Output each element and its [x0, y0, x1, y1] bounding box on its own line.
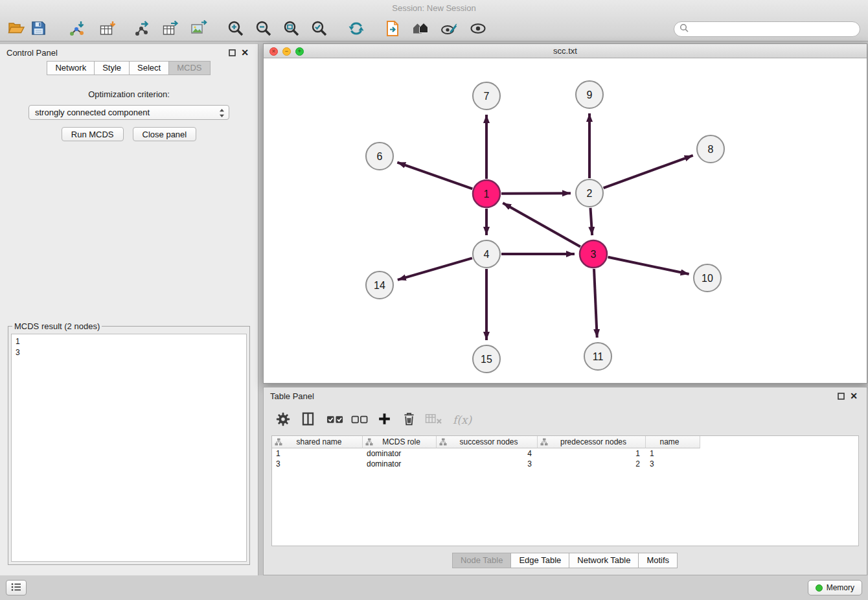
delete-table-button[interactable] [424, 411, 442, 429]
zoom-selected-button[interactable] [308, 18, 330, 40]
table-cell[interactable]: 1 [538, 448, 646, 459]
zoom-in-button[interactable] [225, 18, 247, 40]
graph-edge-3-11[interactable] [594, 269, 597, 338]
table-panel-title: Table Panel [270, 391, 834, 401]
zoom-out-button[interactable] [253, 18, 275, 40]
run-mcds-button[interactable]: Run MCDS [62, 127, 124, 141]
table-row[interactable]: 1 dominator 4 1 1 [272, 448, 858, 459]
column-header-mcds-role[interactable]: MCDS role [363, 436, 437, 448]
table-row[interactable]: 3 dominator 3 2 3 [272, 459, 858, 469]
table-cell[interactable]: 3 [646, 459, 700, 469]
column-header-shared-name[interactable]: shared name [272, 436, 363, 448]
close-mcds-panel-button[interactable]: Close panel [133, 127, 197, 141]
tab-style[interactable]: Style [94, 61, 130, 75]
deselect-all-columns-button[interactable] [350, 411, 369, 429]
close-window-button[interactable]: × [269, 47, 278, 56]
column-header-name[interactable]: name [646, 436, 700, 448]
export-image-button[interactable] [188, 18, 210, 40]
toggle-panels-button[interactable] [6, 580, 27, 595]
table-cell[interactable]: 3 [272, 459, 363, 469]
show-columns-button[interactable] [299, 411, 317, 429]
graph-edge-1-2[interactable] [501, 193, 571, 194]
table-cell[interactable]: 4 [437, 448, 538, 459]
export-table-button[interactable] [159, 18, 181, 40]
export-document-button[interactable] [382, 18, 404, 40]
refresh-layout-button[interactable] [345, 18, 367, 40]
column-header-predecessor-nodes[interactable]: predecessor nodes [538, 436, 646, 448]
delete-columns-button[interactable] [400, 411, 418, 429]
close-panel-button[interactable]: ✕ [238, 46, 251, 59]
tab-network-table[interactable]: Network Table [569, 553, 639, 568]
tab-mcds[interactable]: MCDS [168, 61, 210, 75]
network-window-titlebar[interactable]: × − + scc.txt [264, 44, 867, 58]
table-panel: Table Panel ✕ f(x) shared name MCDS role… [263, 387, 867, 575]
graph-node-14[interactable]: 14 [366, 271, 393, 299]
show-hide-button[interactable] [467, 18, 489, 40]
graph-node-4[interactable]: 4 [473, 240, 500, 268]
graph-edge-3-10[interactable] [608, 257, 689, 274]
zoom-window-button[interactable]: + [295, 47, 304, 56]
tab-edge-table[interactable]: Edge Table [510, 553, 569, 568]
tab-select[interactable]: Select [129, 61, 169, 75]
graph-node-8[interactable]: 8 [697, 135, 724, 163]
table-cell[interactable]: 3 [437, 459, 538, 469]
minimize-window-button[interactable]: − [282, 47, 291, 56]
table-cell[interactable]: dominator [363, 448, 437, 459]
close-table-panel-button[interactable]: ✕ [847, 389, 860, 402]
save-session-button[interactable] [27, 18, 49, 40]
graph-node-15[interactable]: 15 [473, 345, 500, 373]
table-cell[interactable]: 2 [538, 459, 646, 469]
graph-edge-4-14[interactable] [398, 258, 472, 279]
graph-node-9[interactable]: 9 [576, 81, 603, 108]
import-network-button[interactable] [66, 18, 88, 40]
optimization-criterion-select[interactable]: strongly connected component [29, 105, 229, 120]
style-brush-button[interactable] [438, 18, 460, 40]
graph-node-6[interactable]: 6 [366, 143, 393, 170]
open-folder-icon [8, 20, 25, 39]
import-table-button[interactable] [97, 18, 119, 40]
svg-text:9: 9 [587, 89, 593, 100]
first-neighbors-button[interactable] [409, 18, 431, 40]
graph-edge-3-1[interactable] [503, 203, 580, 246]
graph-node-1[interactable]: 1 [473, 180, 500, 207]
table-cell[interactable]: dominator [363, 459, 437, 469]
search-input[interactable] [692, 25, 854, 34]
result-item[interactable]: 3 [16, 347, 242, 358]
tab-network[interactable]: Network [47, 61, 95, 75]
column-header-successor-nodes[interactable]: successor nodes [437, 436, 538, 448]
open-session-button[interactable] [5, 18, 27, 40]
graph-edge-1-6[interactable] [397, 163, 472, 189]
zoom-fit-button[interactable] [280, 18, 303, 40]
create-column-button[interactable] [375, 411, 393, 429]
network-canvas[interactable]: 7968124310141511 [264, 58, 867, 383]
table-cell[interactable]: 1 [646, 448, 700, 459]
graph-edge-2-3[interactable] [590, 208, 592, 235]
graph-node-2[interactable]: 2 [576, 179, 603, 207]
table-settings-button[interactable] [274, 411, 292, 429]
mcds-result-box: MCDS result (2 nodes) 1 3 [8, 321, 250, 565]
function-builder-label[interactable]: f(x) [453, 413, 472, 426]
table-cell[interactable]: 1 [272, 448, 363, 459]
table-toolbar: f(x) [264, 404, 867, 435]
float-table-panel-button[interactable] [834, 389, 847, 402]
optimization-criterion-label: Optimization criterion: [0, 89, 258, 99]
svg-text:10: 10 [702, 273, 713, 284]
select-all-columns-button[interactable] [326, 411, 344, 429]
graph-node-11[interactable]: 11 [584, 343, 611, 370]
save-icon [30, 20, 47, 38]
svg-text:2: 2 [587, 188, 593, 199]
graph-node-10[interactable]: 10 [694, 264, 721, 292]
memory-button[interactable]: Memory [808, 580, 862, 595]
tab-motifs[interactable]: Motifs [638, 553, 678, 568]
float-panel-button[interactable] [225, 46, 238, 59]
network-graph-svg[interactable]: 7968124310141511 [264, 58, 867, 383]
export-network-icon [134, 20, 151, 39]
result-item[interactable]: 1 [16, 336, 242, 347]
graph-edge-2-8[interactable] [604, 156, 693, 188]
export-network-button[interactable] [131, 18, 154, 40]
tab-node-table[interactable]: Node Table [452, 553, 512, 568]
mcds-result-list[interactable]: 1 3 [11, 334, 247, 562]
graph-node-7[interactable]: 7 [473, 82, 500, 110]
graph-node-3[interactable]: 3 [580, 240, 607, 268]
search-box[interactable] [674, 21, 860, 37]
